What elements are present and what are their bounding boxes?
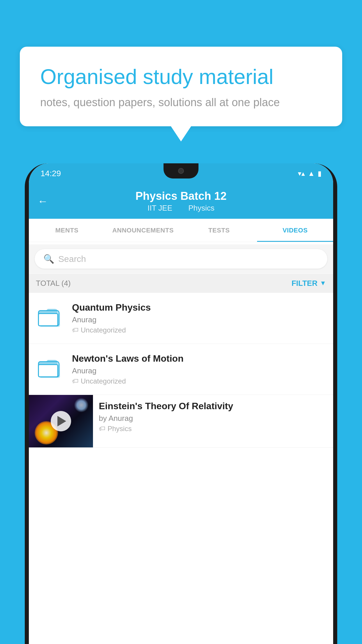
filter-label: FILTER — [291, 279, 317, 288]
back-button[interactable]: ← — [38, 195, 48, 207]
header-subtitle: IIT JEE Physics — [144, 204, 218, 213]
status-icons: ▾▴ ▲ ▮ — [298, 169, 321, 178]
tab-videos[interactable]: VIDEOS — [257, 219, 333, 242]
video-title: Einstein's Theory Of Relativity — [99, 401, 327, 412]
video-author: Anurag — [72, 366, 326, 375]
tab-announcements[interactable]: ANNOUNCEMENTS — [105, 219, 181, 242]
video-thumbnail — [29, 395, 93, 447]
header-subtitle-physics: Physics — [188, 204, 215, 212]
filter-icon: ▼ — [320, 279, 326, 287]
svg-rect-5 — [38, 365, 58, 377]
front-camera — [178, 168, 184, 174]
video-tag-label: Physics — [108, 425, 132, 433]
status-time: 14:29 — [41, 169, 61, 178]
search-bar[interactable]: 🔍 Search — [35, 249, 327, 269]
video-tag-label: Uncategorized — [81, 377, 126, 385]
video-info: Einstein's Theory Of Relativity by Anura… — [93, 395, 333, 433]
search-icon: 🔍 — [43, 254, 54, 264]
video-title: Quantum Physics — [72, 302, 326, 313]
video-tag: 🏷 Uncategorized — [72, 326, 326, 334]
video-thumb — [36, 302, 65, 331]
video-tag-label: Uncategorized — [81, 326, 126, 334]
video-author: Anurag — [72, 315, 326, 324]
video-tag: 🏷 Uncategorized — [72, 377, 326, 385]
video-list: Quantum Physics Anurag 🏷 Uncategorized — [29, 293, 333, 644]
folder-icon — [37, 304, 64, 330]
tabs-bar: MENTS ANNOUNCEMENTS TESTS VIDEOS — [29, 219, 333, 242]
filter-button[interactable]: FILTER ▼ — [291, 279, 326, 288]
video-info: Quantum Physics Anurag 🏷 Uncategorized — [72, 302, 326, 334]
phone-notch — [164, 163, 198, 178]
list-item[interactable]: Quantum Physics Anurag 🏷 Uncategorized — [29, 293, 333, 344]
search-bar-container: 🔍 Search — [29, 244, 333, 273]
filter-bar: TOTAL (4) FILTER ▼ — [29, 274, 333, 293]
video-author: by Anurag — [99, 414, 327, 423]
total-count: TOTAL (4) — [36, 279, 71, 288]
folder-icon — [37, 355, 64, 381]
list-item[interactable]: Einstein's Theory Of Relativity by Anura… — [29, 395, 333, 448]
tag-icon: 🏷 — [99, 425, 105, 433]
tab-ments[interactable]: MENTS — [29, 219, 105, 242]
list-item[interactable]: Newton's Laws of Motion Anurag 🏷 Uncateg… — [29, 344, 333, 395]
battery-icon: ▮ — [318, 169, 321, 178]
svg-rect-2 — [38, 314, 58, 326]
tag-icon: 🏷 — [72, 377, 78, 385]
tag-icon: 🏷 — [72, 326, 78, 334]
wifi-icon: ▾▴ — [298, 169, 305, 178]
phone-screen: 14:29 ▾▴ ▲ ▮ ← Physics Batch 12 IIT JEE … — [29, 163, 333, 644]
video-tag: 🏷 Physics — [99, 425, 327, 433]
phone-frame: 14:29 ▾▴ ▲ ▮ ← Physics Batch 12 IIT JEE … — [25, 163, 337, 644]
header-subtitle-iitjee: IIT JEE — [147, 204, 172, 212]
speech-bubble-title: Organised study material — [40, 64, 322, 89]
speech-bubble: Organised study material notes, question… — [20, 47, 342, 126]
play-triangle-icon — [57, 416, 66, 426]
header-title: Physics Batch 12 — [136, 190, 227, 202]
search-placeholder: Search — [58, 254, 86, 264]
play-button[interactable] — [51, 411, 71, 431]
app-header: ← Physics Batch 12 IIT JEE Physics — [29, 184, 333, 219]
video-title: Newton's Laws of Motion — [72, 353, 326, 364]
video-info: Newton's Laws of Motion Anurag 🏷 Uncateg… — [72, 353, 326, 385]
speech-bubble-subtitle: notes, question papers, solutions all at… — [40, 96, 322, 109]
speech-bubble-container: Organised study material notes, question… — [20, 47, 342, 126]
tab-tests[interactable]: TESTS — [181, 219, 257, 242]
video-thumb — [36, 353, 65, 382]
signal-icon: ▲ — [308, 169, 315, 178]
